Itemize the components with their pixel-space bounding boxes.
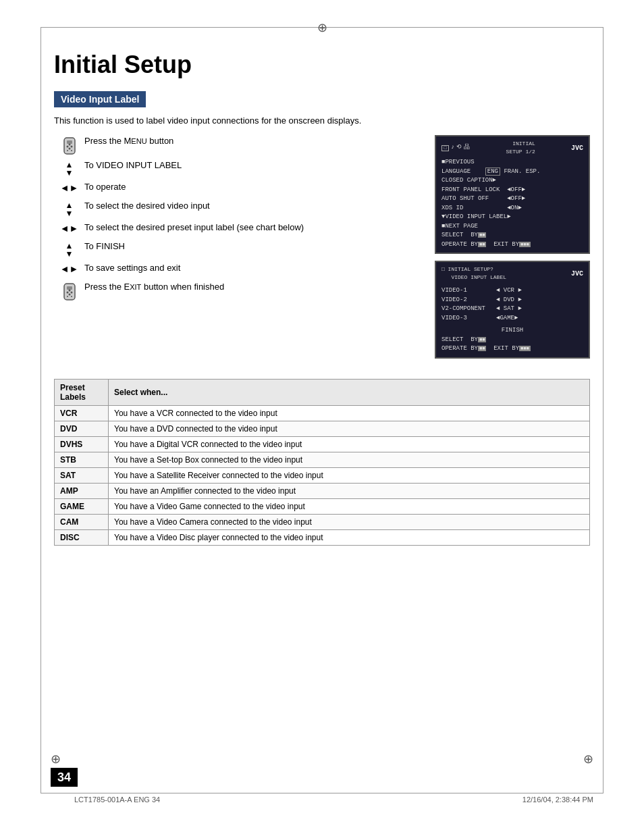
screen1-line-3: CLOSED CAPTION►	[441, 176, 583, 186]
table-cell-desc: You have a Set-top Box connected to the …	[109, 452, 590, 467]
table-row: VCRYou have a VCR connected to the video…	[55, 405, 590, 421]
table-cell-desc: You have a Video Disc player connected t…	[109, 529, 590, 545]
table-row: DISCYou have a Video Disc player connect…	[55, 529, 590, 545]
screen1-line-7: ▼VIDEO INPUT LABEL►	[441, 213, 583, 222]
tv-screen-1: □ ♪ ⟲ 品 INITIAL SETUP 1/2 JVC ■PREVIOUS …	[435, 135, 590, 254]
svg-point-7	[71, 150, 72, 151]
instr-row-7: ◄► To save settings and exit	[54, 262, 421, 277]
screen2-line-4: VIDEO-3 ◄GAME►	[441, 314, 583, 323]
updown-icon-3: ▲ ▼	[54, 240, 84, 258]
svg-point-13	[68, 294, 70, 296]
svg-point-6	[67, 150, 68, 151]
table-cell-label: STB	[55, 452, 109, 467]
svg-point-10	[66, 292, 68, 294]
svg-rect-8	[64, 284, 75, 300]
main-content: Initial Setup Video Input Label This fun…	[54, 37, 590, 546]
table-row: DVDYou have a DVD connected to the video…	[55, 421, 590, 436]
table-header-select: Select when...	[109, 379, 590, 405]
svg-point-15	[71, 296, 72, 297]
svg-point-4	[68, 144, 70, 146]
instr-text-1: Press the MENU button	[84, 135, 421, 147]
instructions-col: Press the MENU button ▲ ▼ To VIDEO INPUT…	[54, 135, 421, 365]
table-header-labels: Preset Labels	[55, 379, 109, 405]
table-cell-desc: You have a Digital VCR connected to the …	[109, 436, 590, 452]
instr-row-1: Press the MENU button	[54, 135, 421, 155]
table-cell-label: GAME	[55, 498, 109, 514]
table-cell-desc: You have a DVD connected to the video in…	[109, 421, 590, 436]
crosshair-top: ⊕	[317, 20, 327, 35]
table-cell-label: CAM	[55, 514, 109, 529]
screen1-line-8: ■NEXT PAGE	[441, 222, 583, 232]
svg-point-11	[70, 292, 72, 294]
tv-screen-2: □ INITIAL SETUP? VIDEO INPUT LABEL JVC V…	[435, 261, 590, 359]
lr-icon-1: ◄►	[54, 181, 84, 193]
remote-icon-1	[54, 135, 84, 155]
instr-text-7: To save settings and exit	[84, 262, 421, 274]
instr-row-5: ◄► To select the desired preset input la…	[54, 221, 421, 236]
instr-row-2: ▲ ▼ To VIDEO INPUT LABEL	[54, 159, 421, 177]
instr-text-8: Press the EXIT button when finished	[84, 281, 421, 293]
table-row: STBYou have a Set-top Box connected to t…	[55, 452, 590, 467]
table-cell-label: AMP	[55, 483, 109, 498]
jvc-logo-2: JVC	[571, 269, 583, 279]
table-cell-desc: You have an Amplifier connected to the v…	[109, 483, 590, 498]
table-cell-desc: You have a Satellite Receiver connected …	[109, 467, 590, 483]
instr-text-2: To VIDEO INPUT LABEL	[84, 159, 421, 172]
screen2-select: SELECT BY■■	[441, 336, 583, 345]
page-border-bottom	[41, 793, 603, 793]
screen2-line-3: V2-COMPONENT ◄ SAT ►	[441, 305, 583, 314]
page-border-left	[41, 27, 41, 793]
preset-table: Preset Labels Select when... VCRYou have…	[54, 379, 590, 546]
jvc-logo-1: JVC	[571, 143, 583, 153]
instr-row-6: ▲ ▼ To FINISH	[54, 240, 421, 258]
two-col-layout: Press the MENU button ▲ ▼ To VIDEO INPUT…	[54, 135, 590, 365]
table-cell-desc: You have a Video Camera connected to the…	[109, 514, 590, 529]
screen2-finish: FINISH	[441, 326, 583, 336]
remote-icon-2	[54, 281, 84, 301]
svg-point-14	[67, 296, 68, 297]
table-row: GAMEYou have a Video Game connected to t…	[55, 498, 590, 514]
screen1-line-10: OPERATE BY■■ EXIT BY■■■	[441, 240, 583, 250]
instr-text-6: To FINISH	[84, 240, 421, 253]
screen1-line-9: SELECT BY■■	[441, 231, 583, 240]
table-cell-label: DISC	[55, 529, 109, 545]
screen2-line-1: VIDEO-1 ◄ VCR ►	[441, 286, 583, 296]
svg-point-3	[70, 146, 72, 148]
lr-icon-3: ◄►	[54, 262, 84, 274]
svg-point-12	[68, 290, 70, 292]
instr-row-8: Press the EXIT button when finished	[54, 281, 421, 301]
table-cell-label: SAT	[55, 467, 109, 483]
screen1-line-1: ■PREVIOUS	[441, 158, 583, 167]
screens-col: □ ♪ ⟲ 品 INITIAL SETUP 1/2 JVC ■PREVIOUS …	[435, 135, 590, 365]
svg-point-2	[66, 146, 68, 148]
table-cell-label: DVD	[55, 421, 109, 436]
svg-rect-9	[67, 286, 72, 290]
table-cell-label: VCR	[55, 405, 109, 421]
page-border-right	[603, 27, 603, 793]
table-row: SATYou have a Satellite Receiver connect…	[55, 467, 590, 483]
screen2-operate: OPERATE BY■■ EXIT BY■■■	[441, 344, 583, 354]
table-cell-desc: You have a Video Game connected to the v…	[109, 498, 590, 514]
table-row: CAMYou have a Video Camera connected to …	[55, 514, 590, 529]
page-title: Initial Setup	[54, 51, 590, 79]
screen1-line-6: XDS ID ◄ON►	[441, 204, 583, 213]
intro-text: This function is used to label video inp…	[54, 115, 590, 126]
instr-text-5: To select the desired preset input label…	[84, 221, 421, 234]
lr-icon-2: ◄►	[54, 221, 84, 234]
footer-left: LCT1785-001A-A ENG 34	[74, 796, 160, 804]
screen1-line-4: FRONT PANEL LOCK ◄OFF►	[441, 186, 583, 195]
footer-right: 12/16/04, 2:38:44 PM	[522, 796, 593, 804]
table-cell-desc: You have a VCR connected to the video in…	[109, 405, 590, 421]
page-number: 34	[51, 768, 78, 787]
table-cell-label: DVHS	[55, 436, 109, 452]
instr-text-4: To select the desired video input	[84, 200, 421, 212]
svg-rect-0	[64, 138, 75, 154]
instr-row-3: ◄► To operate	[54, 181, 421, 196]
updown-icon-2: ▲ ▼	[54, 200, 84, 217]
crosshair-bottom-left: ⊕	[51, 752, 61, 766]
updown-icon-1: ▲ ▼	[54, 159, 84, 177]
table-row: DVHSYou have a Digital VCR connected to …	[55, 436, 590, 452]
instr-row-4: ▲ ▼ To select the desired video input	[54, 200, 421, 217]
svg-point-5	[68, 148, 70, 150]
screen1-line-5: AUTO SHUT OFF ◄OFF►	[441, 194, 583, 204]
